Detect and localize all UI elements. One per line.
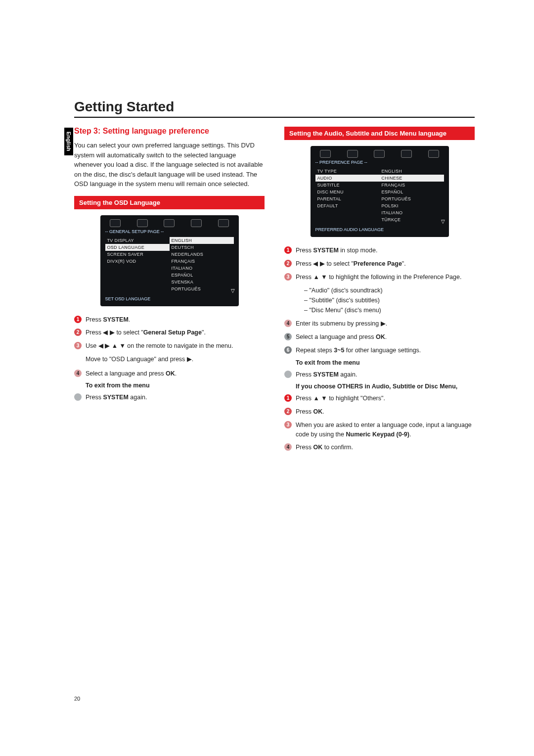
step-heading: Step 3: Setting language preference [74, 127, 265, 136]
page-title: Getting Started [74, 99, 475, 118]
menu-footer: PREFERRED AUDIO LANGUAGE [315, 227, 444, 232]
step-bullet-4: 4 [284, 320, 292, 327]
osd-menu-items: TV DISPLAYOSD LANGUAGESCREEN SAVERDIVX(R… [105, 237, 170, 292]
content-columns: Step 3: Setting language preference You … [74, 127, 475, 456]
right-step-3-sublist: "Audio" (disc's soundtrack)"Subtitle" (d… [304, 285, 475, 315]
others-step-4: 4 Press OK to confirm. [284, 443, 475, 452]
left-column: Step 3: Setting language preference You … [74, 127, 265, 456]
step-bullet-5: 5 [284, 333, 292, 340]
disc-bullet [74, 393, 82, 401]
left-step-3b: Move to "OSD Language" and press ▶. [86, 355, 265, 364]
others-heading: If you choose OTHERS in Audio, Subtitle … [296, 383, 475, 390]
step-bullet-3: 3 [284, 421, 292, 428]
step-bullet-4: 4 [284, 443, 292, 451]
right-column: Setting the Audio, Subtitle and Disc Men… [284, 127, 475, 456]
others-step-1: 1 Press ▲ ▼ to highlight "Others". [284, 394, 475, 403]
osd-menu-langs: ENGLISHDEUTSCHNEDERLANDSFRANÇAISITALIANO… [170, 237, 234, 292]
step-bullet-1: 1 [74, 316, 82, 323]
left-step-3: 3 Use ◀ ▶ ▲ ▼ on the remote to navigate … [74, 341, 265, 351]
right-step-3: 3 Press ▲ ▼ to highlight the following i… [284, 273, 475, 282]
menu-page-title: -- GENERAL SETUP PAGE -- [105, 229, 234, 234]
pref-menu-screenshot: -- PREFERENCE PAGE -- TV TYPEAUDIOSUBTIT… [311, 146, 449, 237]
left-step-1: 1 Press SYSTEM. [74, 315, 265, 325]
pref-menu-items: TV TYPEAUDIOSUBTITLEDISC MENUPARENTALDEF… [315, 168, 380, 223]
step-bullet-3: 3 [74, 342, 82, 349]
disc-bullet [284, 371, 292, 378]
page-number: 20 [74, 696, 80, 702]
menu-tabs-icons [315, 150, 444, 158]
intro-paragraph: You can select your own preferred langua… [74, 141, 265, 189]
menu-tabs-icons [105, 219, 234, 227]
step-bullet-4: 4 [74, 370, 82, 377]
step-bullet-2: 2 [284, 260, 292, 267]
others-step-3: 3 When you are asked to enter a language… [284, 421, 475, 439]
step-bullet-2: 2 [74, 329, 82, 336]
osd-menu-screenshot: -- GENERAL SETUP PAGE -- TV DISPLAYOSD L… [100, 215, 239, 306]
step-bullet-6: 6 [284, 346, 292, 354]
left-exit-label: To exit from the menu [86, 382, 265, 389]
language-tab: English [64, 128, 73, 155]
osd-subhead: Setting the OSD Language [74, 196, 265, 209]
left-exit-step: Press SYSTEM again. [74, 393, 265, 402]
right-step-1: 1 Press SYSTEM in stop mode. [284, 246, 475, 255]
right-step-4: 4 Enter its submenu by pressing ▶. [284, 319, 475, 329]
step-bullet-2: 2 [284, 408, 292, 415]
right-exit-label: To exit from the menu [296, 359, 475, 366]
right-exit-step: Press SYSTEM again. [284, 370, 475, 379]
left-step-2: 2 Press ◀ ▶ to select "General Setup Pag… [74, 328, 265, 337]
audio-subhead: Setting the Audio, Subtitle and Disc Men… [284, 127, 475, 140]
menu-footer: SET OSD LANGUAGE [105, 296, 234, 301]
step-bullet-1: 1 [284, 246, 292, 254]
left-step-4: 4 Select a language and press OK. [74, 369, 265, 378]
menu-page-title: -- PREFERENCE PAGE -- [315, 160, 444, 165]
right-step-5: 5 Select a language and press OK. [284, 332, 475, 342]
others-step-2: 2 Press OK. [284, 407, 475, 417]
scroll-down-icon: ▽ [231, 288, 235, 293]
scroll-down-icon: ▽ [441, 219, 445, 224]
right-step-2: 2 Press ◀ ▶ to select "Preference Page". [284, 259, 475, 269]
step-bullet-1: 1 [284, 394, 292, 402]
right-step-6: 6 Repeat steps 3~5 for other language se… [284, 346, 475, 355]
pref-menu-langs: ENGLISHCHINESEFRANÇAISESPAÑOLPORTUGUÊSPO… [380, 168, 444, 223]
step-bullet-3: 3 [284, 273, 292, 281]
